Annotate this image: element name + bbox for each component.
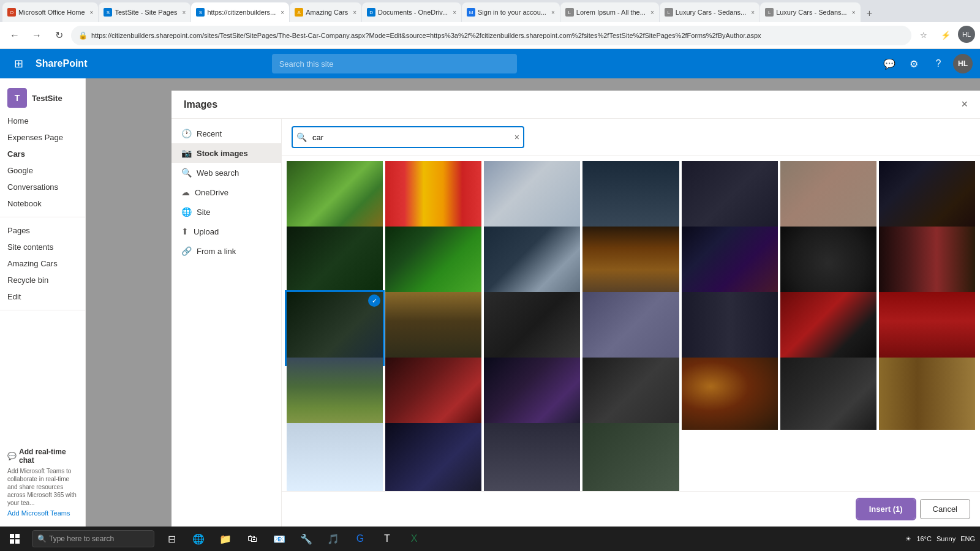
image-cell-selected[interactable]: ✓ [287,292,383,364]
image-cell[interactable] [484,227,580,299]
image-cell[interactable] [582,161,679,233]
sp-search-input[interactable] [272,54,517,73]
image-cell[interactable] [582,423,679,491]
picker-nav-stock[interactable]: 📷 Stock images [172,143,281,163]
nav-item-google[interactable]: Google [0,162,85,179]
tab-amazing-cars[interactable]: A Amazing Cars × [290,2,361,22]
image-cell[interactable] [287,423,383,491]
user-avatar[interactable]: HL [953,54,973,73]
settings-icon[interactable]: ⚙ [904,54,924,73]
refresh-button[interactable]: ↻ [49,26,69,45]
nav-item-edit[interactable]: Edit [0,288,85,305]
store-icon[interactable]: 🛍 [240,527,265,551]
address-bar[interactable]: 🔒 https://citizenbuilders.sharepoint.com… [71,26,911,45]
picker-nav-web[interactable]: 🔍 Web search [172,163,281,182]
tab-luxury1[interactable]: L Luxury Cars - Sedans... × [660,2,760,22]
image-cell[interactable] [682,161,778,233]
image-cell[interactable] [484,161,580,233]
image-cell[interactable] [780,358,876,430]
forward-button[interactable]: → [27,26,47,45]
image-cell[interactable] [780,161,876,233]
search-clear-button[interactable]: × [514,132,519,142]
teams-icon[interactable]: T [375,527,399,551]
app-icon-5[interactable]: 🔧 [294,527,318,551]
mail-icon[interactable]: 📧 [267,527,292,551]
image-cell[interactable] [385,227,481,299]
image-cell[interactable] [287,161,383,233]
image-cell[interactable] [582,358,679,430]
new-tab-button[interactable]: + [861,5,878,22]
nav-item-pages[interactable]: Pages [0,222,85,239]
image-cell[interactable] [879,292,975,364]
nav-item-cars[interactable]: Cars [0,146,85,162]
image-cell[interactable] [385,358,481,430]
nav-item-expenses[interactable]: Expenses Page [0,129,85,146]
image-cell[interactable] [582,292,679,364]
image-cell[interactable] [780,227,876,299]
image-cell[interactable] [682,227,778,299]
image-cell[interactable] [385,161,481,233]
image-cell[interactable] [484,358,580,430]
picker-nav-upload[interactable]: ⬆ Upload [172,222,281,241]
waffle-menu-button[interactable]: ⊞ [7,53,29,75]
nav-item-home[interactable]: Home [0,113,85,129]
picker-nav-link[interactable]: 🔗 From a link [172,241,281,261]
image-cell[interactable] [879,161,975,233]
image-search-input[interactable] [292,126,524,148]
image-cell[interactable] [385,292,481,364]
tab-citizenbuilders[interactable]: S https://citizenbuilders... × [191,2,289,22]
tab-close[interactable]: × [650,9,654,16]
tab-testsite[interactable]: S TestSite - Site Pages × [99,2,190,22]
nav-item-recycle-bin[interactable]: Recycle bin [0,272,85,288]
edge-browser-icon[interactable]: 🌐 [186,527,211,551]
windows-start-button[interactable] [0,527,29,551]
help-icon[interactable]: ? [929,54,948,73]
tab-close[interactable]: × [90,9,94,16]
footer-link[interactable]: Add Microsoft Teams [7,509,78,517]
taskbar-search[interactable]: 🔍 Type here to search [32,530,154,547]
insert-button[interactable]: Insert (1) [857,499,915,519]
image-cell[interactable] [484,423,580,491]
tab-close[interactable]: × [751,9,755,16]
picker-close-button[interactable]: × [961,98,968,111]
tab-favicon: S [104,8,112,17]
bookmark-button[interactable]: ☆ [914,26,933,45]
tab-lorem[interactable]: L Lorem Ipsum - All the... × [560,2,659,22]
nav-item-amazing-cars[interactable]: Amazing Cars [0,255,85,272]
tab-close[interactable]: × [183,9,186,16]
image-cell[interactable] [682,358,778,430]
picker-nav-site[interactable]: 🌐 Site [172,202,281,222]
chat-icon[interactable]: 💬 [880,54,899,73]
picker-nav-onedrive[interactable]: ☁ OneDrive [172,182,281,202]
chrome-icon[interactable]: G [348,527,372,551]
tab-close[interactable]: × [453,9,456,16]
image-cell[interactable] [879,227,975,299]
app-icon-6[interactable]: 🎵 [321,527,345,551]
tab-onedrive[interactable]: D Documents - OneDriv... × [362,2,461,22]
nav-item-site-contents[interactable]: Site contents [0,239,85,255]
image-cell[interactable] [484,292,580,364]
cancel-button[interactable]: Cancel [920,499,970,519]
excel-icon[interactable]: X [402,527,426,551]
back-button[interactable]: ← [5,26,24,45]
image-cell[interactable] [879,358,975,430]
extensions-button[interactable]: ⚡ [936,26,956,45]
tab-close[interactable]: × [353,9,356,16]
image-cell[interactable] [682,292,778,364]
image-cell[interactable] [582,227,679,299]
tab-signin[interactable]: M Sign in to your accou... × [462,2,560,22]
image-cell[interactable] [385,423,481,491]
nav-item-notebook[interactable]: Notebook [0,195,85,212]
tab-close[interactable]: × [551,9,555,16]
task-view-button[interactable]: ⊟ [159,527,184,551]
tab-luxury2[interactable]: L Luxury Cars - Sedans... × [760,2,860,22]
image-cell[interactable] [780,292,876,364]
tab-microsoft-office[interactable]: O Microsoft Office Home × [2,2,98,22]
tab-close[interactable]: × [281,9,284,16]
image-cell[interactable] [287,227,383,299]
image-cell[interactable] [287,358,383,430]
picker-nav-recent[interactable]: 🕐 Recent [172,124,281,143]
tab-close[interactable]: × [852,9,856,16]
file-explorer-icon[interactable]: 📁 [213,527,238,551]
nav-item-conversations[interactable]: Conversations [0,179,85,195]
